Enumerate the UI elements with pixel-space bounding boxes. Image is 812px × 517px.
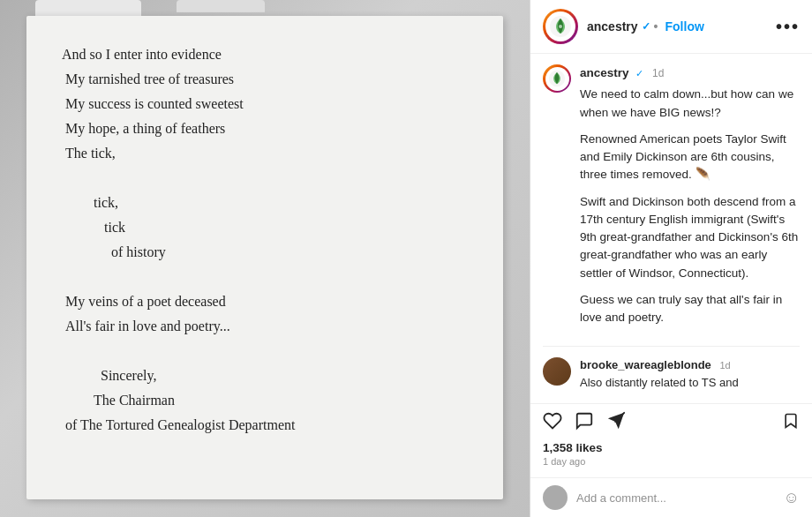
share-svg-icon bbox=[606, 411, 626, 431]
comment-text-block: brooke_wareagleblonde 1d Also distantly … bbox=[580, 357, 800, 391]
post-header: ancestry ✓ • Follow ••• bbox=[530, 0, 812, 54]
comment-icon[interactable] bbox=[575, 411, 594, 436]
action-icons-row bbox=[543, 411, 800, 436]
post-body: We need to calm down...but how can we wh… bbox=[580, 86, 800, 326]
header-dot: • bbox=[654, 19, 658, 34]
post-date: 1 day ago bbox=[543, 456, 800, 467]
actions-bar: 1,358 likes 1 day ago bbox=[530, 403, 812, 477]
post-author-avatar[interactable] bbox=[543, 64, 571, 93]
comment-body: Also distantly related to TS and bbox=[580, 375, 800, 391]
photo-panel: And so I enter into evidence My tarnishe… bbox=[0, 0, 530, 517]
comment-svg-icon bbox=[575, 411, 594, 431]
add-comment-row: ☺ bbox=[530, 477, 812, 517]
share-icon[interactable] bbox=[606, 411, 626, 436]
post-username[interactable]: ancestry bbox=[580, 66, 629, 79]
header-username-row: ancestry ✓ • Follow bbox=[587, 19, 776, 34]
paper-document: And so I enter into evidence My tarnishe… bbox=[26, 16, 503, 499]
comment-avatar bbox=[543, 357, 571, 386]
post-content: ancestry ✓ 1d We need to calm down...but… bbox=[530, 54, 812, 403]
like-icon[interactable] bbox=[543, 411, 562, 436]
header-info: ancestry ✓ • Follow bbox=[587, 19, 776, 34]
comment-time: 1d bbox=[719, 360, 730, 371]
likes-count: 1,358 likes bbox=[543, 441, 800, 454]
post-time: 1d bbox=[652, 67, 664, 79]
post-author-row: ancestry ✓ 1d We need to calm down...but… bbox=[543, 64, 800, 335]
comment-row: brooke_wareagleblonde 1d Also distantly … bbox=[543, 346, 800, 391]
post-paragraph-3: Swift and Dickinson both descend from a … bbox=[580, 193, 800, 282]
save-icon[interactable] bbox=[782, 411, 800, 436]
add-comment-input[interactable] bbox=[576, 491, 775, 505]
add-comment-avatar bbox=[543, 485, 568, 510]
header-verified-icon: ✓ bbox=[642, 20, 650, 33]
header-username[interactable]: ancestry bbox=[587, 19, 638, 34]
post-verified-icon: ✓ bbox=[635, 68, 643, 79]
folder-tab-1 bbox=[35, 0, 141, 18]
ancestry-logo-icon bbox=[549, 15, 572, 38]
post-author-meta: ancestry ✓ 1d bbox=[580, 64, 800, 82]
post-paragraph-4: Guess we can truly say that all's fair i… bbox=[580, 291, 800, 327]
emoji-button[interactable]: ☺ bbox=[784, 489, 800, 507]
post-text-block: ancestry ✓ 1d We need to calm down...but… bbox=[580, 64, 800, 335]
svg-marker-4 bbox=[608, 413, 624, 429]
folder-tab-2 bbox=[177, 0, 265, 12]
photo-background: And so I enter into evidence My tarnishe… bbox=[0, 0, 530, 517]
post-paragraph-2: Renowned American poets Taylor Swift and… bbox=[580, 131, 800, 184]
header-avatar[interactable] bbox=[543, 9, 578, 44]
post-author-avatar-inner bbox=[545, 67, 569, 91]
more-options-button[interactable]: ••• bbox=[776, 17, 800, 37]
svg-point-1 bbox=[559, 25, 562, 28]
post-paragraph-1: We need to calm down...but how can we wh… bbox=[580, 86, 800, 122]
header-avatar-inner bbox=[545, 11, 575, 41]
poem-text: And so I enter into evidence My tarnishe… bbox=[62, 42, 468, 438]
comment-username[interactable]: brooke_wareagleblonde bbox=[580, 358, 711, 371]
bookmark-svg-icon bbox=[782, 411, 800, 431]
instagram-panel: ancestry ✓ • Follow ••• bbox=[530, 0, 812, 517]
follow-button[interactable]: Follow bbox=[665, 19, 704, 34]
post-ancestry-logo-icon bbox=[548, 70, 566, 87]
heart-svg-icon bbox=[543, 411, 562, 431]
